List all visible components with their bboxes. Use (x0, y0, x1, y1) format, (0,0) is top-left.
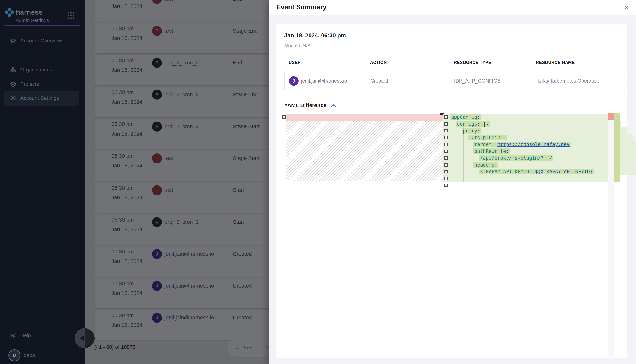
fold-marker-icon[interactable] (444, 143, 448, 146)
svg-text:?: ? (12, 334, 13, 336)
close-icon[interactable]: ✕ (622, 3, 631, 12)
fold-marker-icon[interactable] (444, 129, 448, 132)
cube-icon (10, 81, 16, 87)
event-resource-type: IDP_APP_CONFIGS (454, 78, 501, 84)
fold-marker-icon[interactable] (444, 163, 448, 166)
fold-marker-icon[interactable] (444, 184, 448, 187)
avatar: J (289, 76, 299, 86)
col-header-resource-type: RESOURCE TYPE (454, 60, 491, 65)
diff-added-line: /api/proxy/rs-plugin/?: / (443, 155, 636, 162)
sidebar-item-account-overview[interactable]: Account Overview (5, 33, 79, 48)
diff-removed-line (286, 114, 443, 121)
indent-guide (463, 128, 464, 182)
scrollbar-track[interactable] (608, 120, 614, 357)
sidebar-item-help[interactable]: ? Help (5, 328, 79, 343)
diff-added-line: appConfig: (443, 114, 616, 121)
sidebar-item-projects[interactable]: Projects (5, 77, 79, 92)
overview-added-marker (614, 113, 620, 182)
yaml-difference-toggle[interactable]: YAML Difference (284, 102, 336, 108)
fold-marker-icon[interactable] (444, 177, 448, 180)
col-header-resource-name: RESOURCE NAME (536, 60, 575, 65)
yaml-diff-editor[interactable]: appConfig:configs: |-proxy:'/rs-plugin':… (282, 113, 620, 358)
indent-guide (460, 128, 460, 182)
user-avatar: D (9, 350, 20, 361)
fold-marker-icon[interactable] (444, 156, 448, 160)
org-icon (10, 67, 16, 73)
event-module: Module: N/A (284, 43, 311, 48)
diff-added-line: pathRewrite: (443, 148, 636, 155)
col-header-user: USER (289, 60, 301, 65)
collapse-arrow-icon (80, 335, 84, 341)
user-name: deba (24, 352, 35, 358)
event-resource-name: Rafay Kubernetes Operatio... (536, 78, 601, 84)
diff-added-line: proxy: (443, 128, 627, 134)
drawer-header: Event Summary ✕ (270, 0, 636, 15)
diff-added-line: X-RAFAY-API-KEYID: ${X-RAFAY-API-KEYID} (443, 168, 636, 175)
sidebar-item-label: Organizations (20, 67, 52, 73)
chevron-up-icon (331, 104, 336, 108)
yaml-difference-label: YAML Difference (284, 102, 326, 108)
indent-guide (457, 128, 457, 182)
sidebar: harness Admin Settings Account OverviewO… (0, 0, 85, 364)
col-header-action: ACTION (370, 60, 387, 65)
event-user: jenil.jain@harness.io (301, 78, 347, 84)
diff-added-line: configs: |- (443, 121, 621, 128)
sidebar-item-label: Projects (20, 81, 39, 87)
event-table-row: J jenil.jain@harness.io Created IDP_APP_… (284, 71, 625, 91)
fold-marker-icon[interactable] (444, 136, 448, 139)
fold-marker-icon[interactable] (444, 122, 448, 126)
home-icon (10, 38, 16, 44)
diff-added-line (443, 175, 616, 182)
help-label: Help (20, 332, 31, 338)
indent-guide (454, 128, 454, 182)
event-summary-drawer: Event Summary ✕ Jan 18, 2024, 06:30 pm M… (270, 0, 636, 364)
sidebar-item-label: Account Settings (20, 95, 59, 101)
fold-marker-icon[interactable] (444, 170, 448, 173)
fold-marker-icon[interactable] (444, 116, 448, 119)
sidebar-user[interactable]: D deba (5, 348, 79, 363)
help-chat-icon: ? (10, 332, 16, 338)
event-datetime: Jan 18, 2024, 06:30 pm (284, 32, 346, 39)
sidebar-item-organizations[interactable]: Organizations (5, 62, 79, 77)
fold-marker-icon[interactable] (444, 150, 448, 153)
sidebar-item-label: Account Overview (20, 38, 62, 44)
overview-removed-marker (608, 113, 614, 120)
diff-empty-region (286, 121, 443, 182)
sidebar-item-account-settings[interactable]: Account Settings (5, 91, 79, 106)
event-action: Created (370, 78, 388, 84)
harness-audit-screen: 06:30 pm Jan 18, 2024 T test End 06:30 p… (0, 0, 636, 364)
drawer-title: Event Summary (276, 3, 326, 11)
diff-added-line: '/rs-plugin': (443, 134, 633, 141)
diff-added-line: headers: (443, 162, 636, 168)
diff-added-line: target: https://console.rafay.dev (443, 141, 636, 148)
event-summary-card: Jan 18, 2024, 06:30 pm Module: N/A USER … (276, 24, 627, 358)
fold-marker-icon[interactable] (282, 116, 286, 119)
gear-icon (10, 95, 16, 101)
